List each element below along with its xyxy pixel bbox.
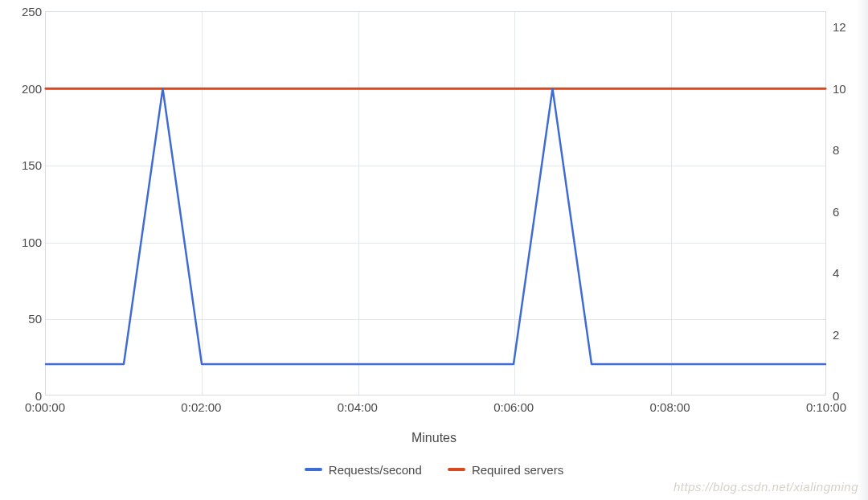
- y-left-tick: 100: [22, 235, 42, 248]
- plot-area: [45, 11, 826, 395]
- series-requests-per-second: [46, 88, 825, 364]
- y-right-tick: 2: [833, 327, 839, 341]
- y-left-tick: 50: [28, 312, 42, 326]
- y-right-tick: 4: [833, 266, 839, 280]
- legend-swatch-icon: [305, 468, 322, 471]
- y-right-tick: 8: [833, 143, 839, 157]
- legend-label: Required servers: [472, 463, 563, 477]
- x-tick: 0:04:00: [338, 400, 378, 414]
- x-tick: 0:06:00: [493, 400, 534, 414]
- series-svg: [46, 12, 825, 395]
- y-right-tick: 6: [833, 204, 839, 218]
- x-tick: 0:10:00: [806, 400, 846, 414]
- legend-label: Requests/second: [329, 463, 422, 477]
- x-tick: 0:08:00: [650, 400, 690, 414]
- y-left-tick: 250: [22, 5, 42, 18]
- x-tick: 0:02:00: [181, 400, 221, 414]
- x-tick: 0:00:00: [25, 400, 65, 414]
- legend-item-requests: Requests/second: [305, 463, 422, 477]
- legend-item-servers: Required servers: [448, 463, 563, 477]
- chart: 0 50 100 150 200 250 0 2 4 6 8 10 12 0:0…: [0, 0, 868, 500]
- legend-swatch-icon: [448, 468, 465, 471]
- page-edge-shadow: [857, 0, 868, 500]
- legend: Requests/second Required servers: [0, 460, 868, 477]
- x-axis-title: Minutes: [0, 431, 868, 445]
- y-right-tick: 12: [833, 20, 846, 34]
- watermark-text: https://blog.csdn.net/xialingming: [674, 480, 858, 494]
- y-left-tick: 150: [22, 158, 42, 172]
- y-left-tick: 200: [22, 81, 42, 95]
- y-right-tick: 10: [833, 81, 846, 95]
